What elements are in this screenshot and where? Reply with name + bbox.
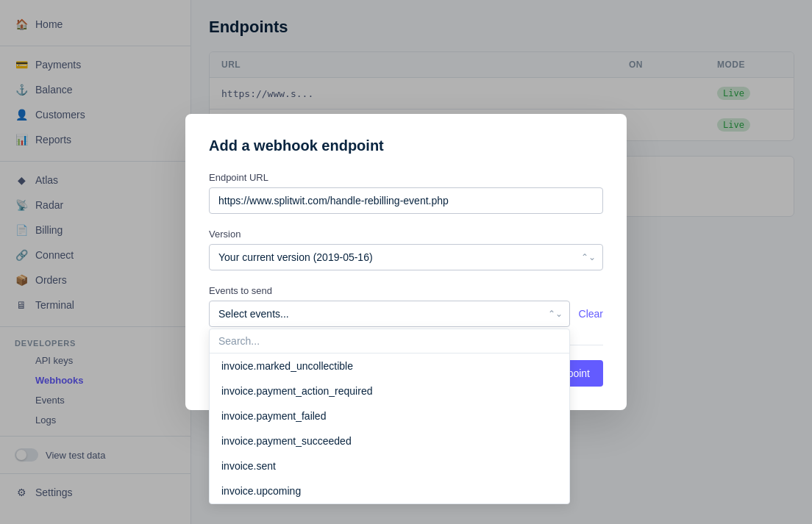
events-row: Select events... ⌃⌄ invoice.marked_uncol… <box>209 301 603 327</box>
modal: Add a webhook endpoint Endpoint URL Vers… <box>185 114 627 410</box>
events-dropdown: invoice.marked_uncollectibleinvoice.paym… <box>209 329 570 504</box>
events-group: Events to send Select events... ⌃⌄ <box>209 285 603 327</box>
events-select-wrapper: Select events... ⌃⌄ invoice.marked_uncol… <box>209 301 570 327</box>
events-placeholder: Select events... <box>218 308 289 320</box>
version-group: Version Your current version (2019-05-16… <box>209 229 603 270</box>
endpoint-url-input[interactable] <box>209 187 603 214</box>
dropdown-item[interactable]: invoice.payment_failed <box>210 403 569 428</box>
dropdown-item[interactable]: invoice.upcoming <box>210 478 569 503</box>
dropdown-item[interactable]: invoice.payment_action_required <box>210 378 569 403</box>
version-value: Your current version (2019-05-16) <box>218 251 373 263</box>
endpoint-url-group: Endpoint URL <box>209 172 603 214</box>
version-select-wrapper: Your current version (2019-05-16) ⌃⌄ <box>209 244 603 270</box>
events-label: Events to send <box>209 285 603 296</box>
modal-title: Add a webhook endpoint <box>209 137 603 154</box>
events-select[interactable]: Select events... <box>209 301 570 327</box>
dropdown-item[interactable]: invoice.marked_uncollectible <box>210 353 569 378</box>
modal-overlay[interactable]: Add a webhook endpoint Endpoint URL Vers… <box>0 0 812 524</box>
dropdown-list: invoice.marked_uncollectibleinvoice.paym… <box>210 353 569 503</box>
dropdown-search <box>210 329 569 353</box>
dropdown-item[interactable]: invoice.payment_succeeded <box>210 428 569 453</box>
search-input[interactable] <box>218 335 560 347</box>
events-select-outer: Select events... ⌃⌄ <box>209 301 570 327</box>
endpoint-url-label: Endpoint URL <box>209 172 603 183</box>
version-label: Version <box>209 229 603 240</box>
clear-button[interactable]: Clear <box>579 301 603 320</box>
dropdown-item[interactable]: invoice.sent <box>210 453 569 478</box>
version-select[interactable]: Your current version (2019-05-16) <box>209 244 603 270</box>
